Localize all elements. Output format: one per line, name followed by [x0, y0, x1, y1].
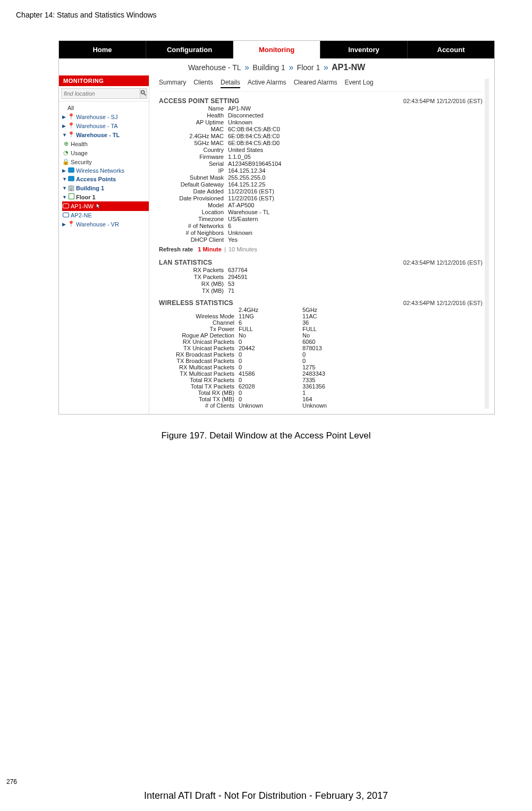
wireless-row: RX Multicast Packets01275	[159, 364, 483, 370]
wireless-label: Channel	[159, 319, 239, 326]
kv-key: # of Networks	[159, 223, 228, 229]
tree-usage[interactable]: ◔Usage	[62, 148, 149, 157]
caret-right-icon: ▶	[62, 123, 66, 129]
kv-val: 11/22/2016 (EST)	[228, 188, 483, 195]
refresh-1min[interactable]: 1 Minute	[198, 246, 222, 252]
screenshot-frame: Home Configuration Monitoring Inventory …	[58, 40, 495, 415]
tree-security[interactable]: 🔒Security	[62, 157, 149, 166]
building-icon: 🏢	[67, 184, 75, 191]
breadcrumb-l2[interactable]: Building 1	[252, 63, 285, 72]
lan-stats-table: RX Packets637764 TX Packets294591 RX (MB…	[159, 266, 483, 294]
kv-row: RX Packets637764	[159, 266, 483, 273]
tree-building-1[interactable]: ▼🏢Building 1	[62, 183, 149, 192]
caret-down-icon: ▼	[62, 195, 66, 200]
kv-row: CountryUnited States	[159, 146, 483, 153]
wireless-row: TX Unicast Packets20442878013	[159, 345, 483, 351]
tab-active-alarms[interactable]: Active Alarms	[248, 79, 286, 88]
kv-row: Date Provisioned11/22/2016 (EST)	[159, 195, 483, 201]
tree-floor-1[interactable]: ▼Floor 1	[62, 192, 149, 201]
kv-row: Default Gateway164.125.12.25	[159, 181, 483, 188]
wireless-row: Total TX Packets620283361356	[159, 383, 483, 390]
kv-val: 164.125.12.34	[228, 167, 483, 174]
monitor-icon	[62, 212, 70, 218]
search-input[interactable]	[61, 88, 140, 99]
kv-key: Timezone	[159, 216, 228, 222]
kv-key: # of Neighbors	[159, 230, 228, 236]
kv-row: Subnet Mask255.255.255.0	[159, 174, 483, 181]
floor-icon	[67, 193, 75, 200]
chevron-right-icon: »	[323, 63, 330, 72]
wireless-5ghz: FULL	[302, 326, 366, 332]
wireless-5ghz: 0	[302, 358, 366, 364]
refresh-10min[interactable]: 10 Minutes	[229, 246, 257, 252]
nav-account[interactable]: Account	[408, 41, 494, 58]
nav-configuration[interactable]: Configuration	[146, 41, 233, 58]
kv-key: TX Packets	[159, 274, 228, 280]
kv-val: 6E:0B:84:C5:AB:C0	[228, 133, 483, 139]
caret-right-icon: ▶	[62, 114, 66, 120]
pin-icon: 📍	[67, 113, 75, 120]
wireless-row: # of ClientsUnknownUnknown	[159, 402, 483, 409]
search-icon	[140, 90, 147, 98]
tab-summary[interactable]: Summary	[159, 79, 186, 88]
search-button[interactable]	[140, 88, 147, 99]
wireless-24ghz: 0	[239, 396, 302, 402]
wireless-label: Rogue AP Detection	[159, 332, 239, 339]
col-24ghz: 2.4GHz	[239, 307, 302, 313]
wireless-label: TX Multicast Packets	[159, 370, 239, 377]
figure-caption: Figure 197. Detail Window at the Access …	[16, 430, 516, 441]
wireless-row: RX Unicast Packets06060	[159, 339, 483, 345]
kv-row: ModelAT-AP500	[159, 201, 483, 208]
svg-line-1	[144, 93, 146, 95]
kv-row: RX (MB)53	[159, 280, 483, 287]
tree-wh-sj[interactable]: ▶📍Warehouse - SJ	[62, 112, 149, 121]
kv-row: LocationWarehouse - TL	[159, 208, 483, 215]
kv-key: Date Provisioned	[159, 195, 228, 201]
lock-icon: 🔒	[62, 158, 70, 165]
kv-val: 294591	[228, 274, 483, 280]
tree-wh-vr[interactable]: ▶📍Warehouse - VR	[62, 219, 149, 229]
tree-wh-tl[interactable]: ▼📍Warehouse - TL	[62, 130, 149, 139]
tab-details[interactable]: Details	[221, 79, 240, 88]
tree-ap1-nw[interactable]: AP1-NW	[62, 201, 149, 211]
tree-access-points[interactable]: ▼Access Points	[62, 175, 149, 183]
tree-wh-ta[interactable]: ▶📍Warehouse - TA	[62, 121, 149, 130]
tab-cleared-alarms[interactable]: Cleared Alarms	[293, 79, 337, 88]
section-title: ACCESS POINT SETTING	[159, 97, 239, 105]
caret-right-icon: ▶	[62, 222, 66, 227]
tab-event-log[interactable]: Event Log	[344, 79, 373, 88]
tree-all[interactable]: All	[62, 104, 149, 112]
kv-row: 5GHz MAC6E:0B:84:C5:AB:D0	[159, 139, 483, 146]
kv-key: Default Gateway	[159, 181, 228, 188]
kv-val: Unknown	[228, 119, 483, 125]
nav-monitoring[interactable]: Monitoring	[233, 41, 320, 58]
wireless-row: Total RX Packets07335	[159, 377, 483, 383]
kv-val: Yes	[228, 236, 483, 243]
wireless-label: RX Broadcast Packets	[159, 351, 239, 358]
footer: Internal ATI Draft - Not For Distributio…	[0, 790, 532, 801]
wireless-24ghz: 0	[239, 390, 302, 396]
caret-down-icon: ▼	[62, 176, 66, 182]
breadcrumb-l4: AP1-NW	[332, 63, 365, 72]
kv-val: 6E:0B:84:C5:AB:D0	[228, 140, 483, 146]
wireless-24ghz: 11NG	[239, 313, 302, 319]
kv-val: 637764	[228, 267, 483, 273]
kv-row: AP UptimeUnknown	[159, 119, 483, 125]
tree-wireless-networks[interactable]: ▶Wireless Networks	[62, 166, 149, 175]
wireless-row: TX Broadcast Packets00	[159, 358, 483, 364]
nav-home[interactable]: Home	[59, 41, 146, 58]
tab-clients[interactable]: Clients	[193, 79, 213, 88]
tree-health[interactable]: ⊕Health	[62, 139, 149, 148]
tree-ap2-ne[interactable]: AP2-NE	[62, 211, 149, 219]
wireless-label: RX Unicast Packets	[159, 339, 239, 345]
kv-key: Model	[159, 202, 228, 208]
chapter-header: Chapter 14: Status and Statistics Window…	[16, 11, 516, 19]
breadcrumb-l3[interactable]: Floor 1	[297, 63, 320, 72]
col-blank	[159, 307, 239, 313]
nav-inventory[interactable]: Inventory	[320, 41, 408, 58]
kv-key: TX (MB)	[159, 288, 228, 294]
timestamp: 02:43:54PM 12/12/2016 (EST)	[403, 259, 483, 266]
breadcrumb-l1[interactable]: Warehouse - TL	[188, 63, 241, 72]
caret-down-icon: ▼	[62, 185, 66, 191]
kv-val: United States	[228, 147, 483, 153]
